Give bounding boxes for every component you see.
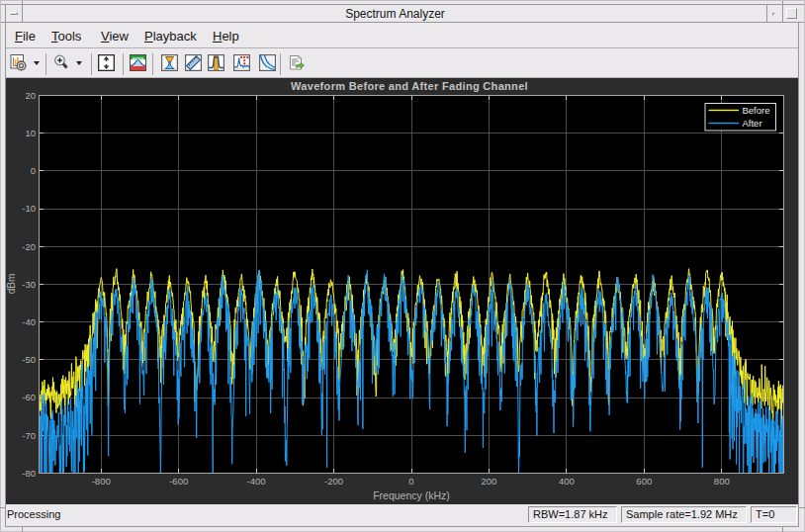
svg-text:0: 0 [31,165,36,176]
svg-text:Frequency (kHz): Frequency (kHz) [373,489,450,501]
svg-text:-60: -60 [22,392,36,402]
svg-text:-800: -800 [92,476,111,487]
svg-text:After: After [743,118,762,129]
svg-text:10: 10 [25,128,36,138]
svg-text:-600: -600 [169,476,188,487]
svg-text:dBm: dBm [6,274,17,295]
svg-text:200: 200 [481,476,496,487]
svg-text:-80: -80 [22,468,36,479]
svg-text:-40: -40 [22,316,36,327]
svg-text:600: 600 [636,476,652,487]
svg-text:-400: -400 [247,476,266,487]
svg-text:-200: -200 [324,476,343,487]
svg-text:Before: Before [743,105,770,116]
svg-text:-20: -20 [22,241,36,252]
svg-text:0: 0 [408,476,413,487]
svg-text:-50: -50 [22,354,36,365]
svg-text:800: 800 [714,476,730,487]
svg-text:400: 400 [559,476,575,487]
svg-text:-30: -30 [22,279,36,290]
svg-text:-10: -10 [22,203,36,214]
svg-text:-70: -70 [22,430,36,441]
svg-text:20: 20 [25,90,36,101]
